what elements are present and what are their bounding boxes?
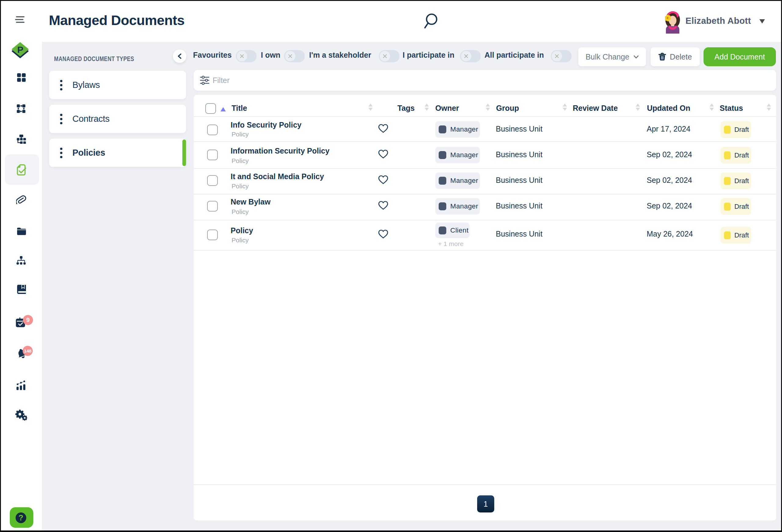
svg-text:P: P bbox=[17, 45, 23, 54]
